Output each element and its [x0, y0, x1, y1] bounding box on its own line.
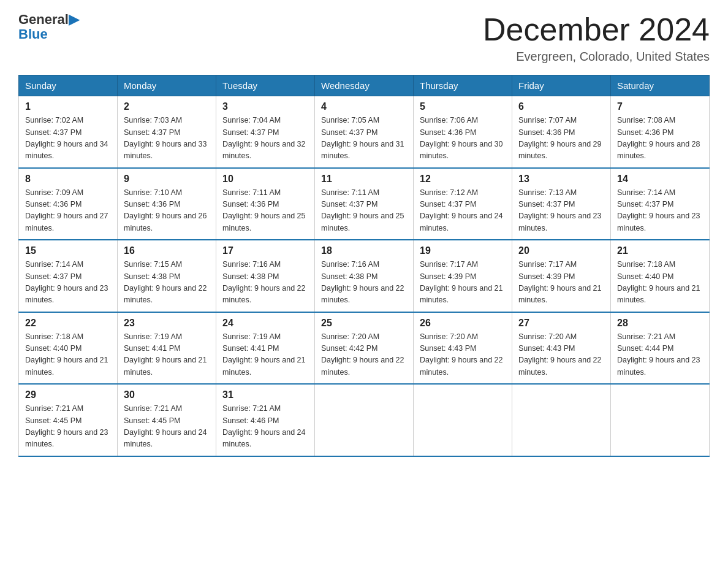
day-info: Sunrise: 7:21 AMSunset: 4:45 PMDaylight:… [124, 404, 207, 448]
calendar-cell: 2 Sunrise: 7:03 AMSunset: 4:37 PMDayligh… [118, 96, 216, 168]
header-tuesday: Tuesday [216, 75, 315, 96]
day-info: Sunrise: 7:13 AMSunset: 4:37 PMDaylight:… [518, 188, 602, 232]
calendar-cell: 27 Sunrise: 7:20 AMSunset: 4:43 PMDaylig… [512, 312, 611, 385]
day-info: Sunrise: 7:07 AMSunset: 4:36 PMDaylight:… [518, 116, 602, 160]
day-info: Sunrise: 7:03 AMSunset: 4:37 PMDaylight:… [124, 116, 207, 160]
day-number: 13 [518, 174, 604, 185]
day-number: 25 [321, 318, 407, 329]
day-number: 3 [222, 101, 308, 112]
day-info: Sunrise: 7:18 AMSunset: 4:40 PMDaylight:… [617, 260, 700, 304]
calendar-cell: 29 Sunrise: 7:21 AMSunset: 4:45 PMDaylig… [19, 384, 118, 456]
logo-name: General▶ [18, 12, 79, 27]
day-info: Sunrise: 7:05 AMSunset: 4:37 PMDaylight:… [321, 116, 404, 160]
calendar-cell: 10 Sunrise: 7:11 AMSunset: 4:36 PMDaylig… [216, 168, 315, 240]
day-number: 31 [222, 389, 308, 400]
day-info: Sunrise: 7:09 AMSunset: 4:36 PMDaylight:… [25, 188, 108, 232]
calendar-cell: 12 Sunrise: 7:12 AMSunset: 4:37 PMDaylig… [414, 168, 512, 240]
calendar-cell: 9 Sunrise: 7:10 AMSunset: 4:36 PMDayligh… [118, 168, 216, 240]
day-info: Sunrise: 7:21 AMSunset: 4:45 PMDaylight:… [25, 404, 108, 448]
day-number: 14 [617, 174, 703, 185]
calendar-week-3: 15 Sunrise: 7:14 AMSunset: 4:37 PMDaylig… [19, 240, 710, 312]
header-monday: Monday [118, 75, 216, 96]
day-number: 6 [518, 101, 604, 112]
calendar-cell [512, 384, 611, 456]
day-info: Sunrise: 7:21 AMSunset: 4:44 PMDaylight:… [617, 332, 700, 377]
calendar-cell: 28 Sunrise: 7:21 AMSunset: 4:44 PMDaylig… [611, 312, 710, 385]
day-number: 19 [420, 245, 506, 256]
calendar-cell: 25 Sunrise: 7:20 AMSunset: 4:42 PMDaylig… [315, 312, 414, 385]
day-info: Sunrise: 7:16 AMSunset: 4:38 PMDaylight:… [222, 260, 306, 304]
day-info: Sunrise: 7:16 AMSunset: 4:38 PMDaylight:… [321, 260, 404, 304]
calendar-cell: 3 Sunrise: 7:04 AMSunset: 4:37 PMDayligh… [216, 96, 315, 168]
calendar-cell: 7 Sunrise: 7:08 AMSunset: 4:36 PMDayligh… [611, 96, 710, 168]
day-info: Sunrise: 7:12 AMSunset: 4:37 PMDaylight:… [420, 188, 503, 232]
day-number: 22 [25, 318, 111, 329]
day-number: 16 [124, 245, 210, 256]
day-number: 9 [124, 174, 210, 185]
calendar-header-row: SundayMondayTuesdayWednesdayThursdayFrid… [19, 75, 710, 96]
logo-triangle-icon: ▶ [69, 12, 79, 27]
calendar-cell: 31 Sunrise: 7:21 AMSunset: 4:46 PMDaylig… [216, 384, 315, 456]
day-info: Sunrise: 7:20 AMSunset: 4:43 PMDaylight:… [420, 332, 503, 377]
day-number: 8 [25, 174, 111, 185]
day-info: Sunrise: 7:14 AMSunset: 4:37 PMDaylight:… [25, 260, 108, 304]
day-number: 26 [420, 318, 506, 329]
header-thursday: Thursday [414, 75, 512, 96]
calendar-cell: 13 Sunrise: 7:13 AMSunset: 4:37 PMDaylig… [512, 168, 611, 240]
calendar-cell: 17 Sunrise: 7:16 AMSunset: 4:38 PMDaylig… [216, 240, 315, 312]
header-saturday: Saturday [611, 75, 710, 96]
calendar-subtitle: Evergreen, Colorado, United States [483, 50, 710, 64]
calendar-cell: 14 Sunrise: 7:14 AMSunset: 4:37 PMDaylig… [611, 168, 710, 240]
day-info: Sunrise: 7:08 AMSunset: 4:36 PMDaylight:… [617, 116, 700, 160]
calendar-week-1: 1 Sunrise: 7:02 AMSunset: 4:37 PMDayligh… [19, 96, 710, 168]
page-header: General▶ Blue December 2024 Evergreen, C… [18, 12, 710, 64]
calendar-table: SundayMondayTuesdayWednesdayThursdayFrid… [18, 75, 710, 457]
calendar-cell: 23 Sunrise: 7:19 AMSunset: 4:41 PMDaylig… [118, 312, 216, 385]
logo: General▶ Blue [18, 12, 79, 42]
day-number: 28 [617, 318, 703, 329]
day-number: 30 [124, 389, 210, 400]
calendar-cell: 5 Sunrise: 7:06 AMSunset: 4:36 PMDayligh… [414, 96, 512, 168]
header-wednesday: Wednesday [315, 75, 414, 96]
day-info: Sunrise: 7:02 AMSunset: 4:37 PMDaylight:… [25, 116, 108, 160]
calendar-cell [611, 384, 710, 456]
day-number: 23 [124, 318, 210, 329]
day-info: Sunrise: 7:20 AMSunset: 4:42 PMDaylight:… [321, 332, 404, 377]
calendar-cell: 21 Sunrise: 7:18 AMSunset: 4:40 PMDaylig… [611, 240, 710, 312]
day-info: Sunrise: 7:21 AMSunset: 4:46 PMDaylight:… [222, 404, 306, 448]
day-number: 20 [518, 245, 604, 256]
title-block: December 2024 Evergreen, Colorado, Unite… [483, 12, 710, 64]
day-number: 17 [222, 245, 308, 256]
calendar-cell: 20 Sunrise: 7:17 AMSunset: 4:39 PMDaylig… [512, 240, 611, 312]
calendar-week-4: 22 Sunrise: 7:18 AMSunset: 4:40 PMDaylig… [19, 312, 710, 385]
calendar-cell: 1 Sunrise: 7:02 AMSunset: 4:37 PMDayligh… [19, 96, 118, 168]
calendar-cell: 19 Sunrise: 7:17 AMSunset: 4:39 PMDaylig… [414, 240, 512, 312]
day-info: Sunrise: 7:10 AMSunset: 4:36 PMDaylight:… [124, 188, 207, 232]
calendar-cell: 8 Sunrise: 7:09 AMSunset: 4:36 PMDayligh… [19, 168, 118, 240]
calendar-cell: 6 Sunrise: 7:07 AMSunset: 4:36 PMDayligh… [512, 96, 611, 168]
day-number: 2 [124, 101, 210, 112]
day-info: Sunrise: 7:18 AMSunset: 4:40 PMDaylight:… [25, 332, 108, 377]
day-info: Sunrise: 7:04 AMSunset: 4:37 PMDaylight:… [222, 116, 306, 160]
day-number: 21 [617, 245, 703, 256]
day-number: 7 [617, 101, 703, 112]
calendar-cell: 22 Sunrise: 7:18 AMSunset: 4:40 PMDaylig… [19, 312, 118, 385]
day-info: Sunrise: 7:14 AMSunset: 4:37 PMDaylight:… [617, 188, 700, 232]
day-info: Sunrise: 7:15 AMSunset: 4:38 PMDaylight:… [124, 260, 207, 304]
day-number: 15 [25, 245, 111, 256]
day-number: 11 [321, 174, 407, 185]
day-info: Sunrise: 7:11 AMSunset: 4:36 PMDaylight:… [222, 188, 306, 232]
calendar-cell: 26 Sunrise: 7:20 AMSunset: 4:43 PMDaylig… [414, 312, 512, 385]
day-info: Sunrise: 7:17 AMSunset: 4:39 PMDaylight:… [420, 260, 503, 304]
day-info: Sunrise: 7:06 AMSunset: 4:36 PMDaylight:… [420, 116, 503, 160]
calendar-cell: 16 Sunrise: 7:15 AMSunset: 4:38 PMDaylig… [118, 240, 216, 312]
calendar-cell: 30 Sunrise: 7:21 AMSunset: 4:45 PMDaylig… [118, 384, 216, 456]
day-info: Sunrise: 7:20 AMSunset: 4:43 PMDaylight:… [518, 332, 602, 377]
calendar-cell [414, 384, 512, 456]
calendar-cell: 18 Sunrise: 7:16 AMSunset: 4:38 PMDaylig… [315, 240, 414, 312]
day-number: 1 [25, 101, 111, 112]
day-number: 12 [420, 174, 506, 185]
day-number: 10 [222, 174, 308, 185]
day-info: Sunrise: 7:11 AMSunset: 4:37 PMDaylight:… [321, 188, 404, 232]
calendar-title: December 2024 [483, 12, 710, 47]
